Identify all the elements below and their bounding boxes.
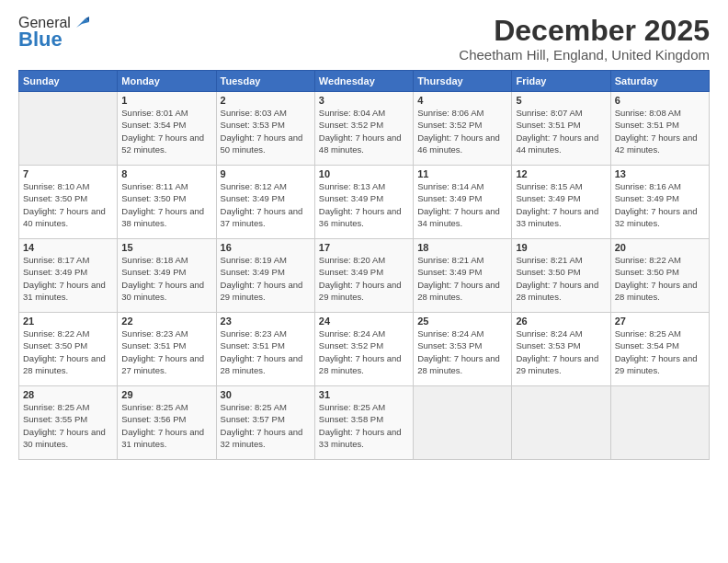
title-location: Cheetham Hill, England, United Kingdom (459, 47, 710, 63)
day-number: 29 (121, 389, 211, 400)
day-number: 13 (615, 168, 705, 179)
daylight-text: Daylight: 7 hours and 36 minutes. (319, 205, 409, 230)
table-row: 24 Sunrise: 8:24 AM Sunset: 3:52 PM Dayl… (314, 313, 413, 386)
table-row: 26 Sunrise: 8:24 AM Sunset: 3:53 PM Dayl… (512, 313, 610, 386)
daylight-text: Daylight: 7 hours and 50 minutes. (221, 132, 311, 156)
sunset-text: Sunset: 3:50 PM (23, 339, 113, 351)
sunrise-text: Sunrise: 8:16 AM (615, 180, 705, 192)
table-row: 21 Sunrise: 8:22 AM Sunset: 3:50 PM Dayl… (19, 313, 118, 386)
table-row: 12 Sunrise: 8:15 AM Sunset: 3:49 PM Dayl… (512, 166, 610, 239)
day-number: 15 (121, 242, 211, 253)
table-row: 20 Sunrise: 8:22 AM Sunset: 3:50 PM Dayl… (610, 239, 709, 313)
daylight-text: Daylight: 7 hours and 29 minutes. (615, 352, 705, 377)
daylight-text: Daylight: 7 hours and 27 minutes. (121, 352, 211, 377)
sunrise-text: Sunrise: 8:08 AM (615, 107, 705, 119)
logo-bird-icon (73, 15, 89, 31)
daylight-text: Daylight: 7 hours and 42 minutes. (615, 132, 705, 156)
day-number: 1 (121, 95, 211, 106)
day-info: Sunrise: 8:13 AM Sunset: 3:49 PM Dayligh… (319, 180, 409, 229)
table-row: 18 Sunrise: 8:21 AM Sunset: 3:49 PM Dayl… (414, 239, 512, 313)
sunrise-text: Sunrise: 8:24 AM (319, 327, 409, 339)
day-info: Sunrise: 8:25 AM Sunset: 3:57 PM Dayligh… (221, 401, 311, 450)
col-wednesday: Wednesday (314, 71, 413, 92)
day-info: Sunrise: 8:23 AM Sunset: 3:51 PM Dayligh… (221, 327, 311, 376)
day-info: Sunrise: 8:03 AM Sunset: 3:53 PM Dayligh… (221, 107, 311, 155)
col-saturday: Saturday (610, 71, 709, 92)
daylight-text: Daylight: 7 hours and 28 minutes. (417, 352, 507, 377)
sunset-text: Sunset: 3:50 PM (615, 266, 705, 278)
sunset-text: Sunset: 3:54 PM (121, 119, 211, 131)
sunset-text: Sunset: 3:49 PM (121, 266, 211, 278)
day-info: Sunrise: 8:21 AM Sunset: 3:50 PM Dayligh… (516, 254, 606, 303)
table-row: 7 Sunrise: 8:10 AM Sunset: 3:50 PM Dayli… (19, 166, 118, 239)
daylight-text: Daylight: 7 hours and 31 minutes. (23, 279, 113, 304)
day-info: Sunrise: 8:08 AM Sunset: 3:51 PM Dayligh… (615, 107, 705, 155)
calendar-week-row: 1 Sunrise: 8:01 AM Sunset: 3:54 PM Dayli… (19, 92, 710, 166)
sunset-text: Sunset: 3:49 PM (23, 266, 113, 278)
sunset-text: Sunset: 3:51 PM (121, 339, 211, 351)
daylight-text: Daylight: 7 hours and 32 minutes. (221, 426, 311, 451)
sunrise-text: Sunrise: 8:12 AM (221, 180, 311, 192)
daylight-text: Daylight: 7 hours and 48 minutes. (319, 132, 409, 156)
day-info: Sunrise: 8:14 AM Sunset: 3:49 PM Dayligh… (417, 180, 507, 229)
day-info: Sunrise: 8:01 AM Sunset: 3:54 PM Dayligh… (121, 107, 211, 155)
day-info: Sunrise: 8:18 AM Sunset: 3:49 PM Dayligh… (121, 254, 211, 303)
sunset-text: Sunset: 3:51 PM (516, 119, 606, 131)
title-month: December 2025 (459, 15, 710, 47)
day-info: Sunrise: 8:25 AM Sunset: 3:56 PM Dayligh… (121, 401, 211, 450)
table-row: 27 Sunrise: 8:25 AM Sunset: 3:54 PM Dayl… (610, 313, 709, 386)
page: General Blue December 2025 Cheetham Hill… (0, 0, 728, 563)
table-row: 28 Sunrise: 8:25 AM Sunset: 3:55 PM Dayl… (19, 386, 118, 460)
sunset-text: Sunset: 3:53 PM (417, 339, 507, 351)
col-sunday: Sunday (19, 71, 118, 92)
table-row: 30 Sunrise: 8:25 AM Sunset: 3:57 PM Dayl… (216, 386, 314, 460)
daylight-text: Daylight: 7 hours and 44 minutes. (516, 132, 606, 156)
day-number: 25 (417, 316, 507, 327)
sunset-text: Sunset: 3:49 PM (516, 192, 606, 204)
day-number: 6 (615, 95, 705, 106)
sunrise-text: Sunrise: 8:25 AM (615, 327, 705, 339)
day-number: 7 (23, 168, 113, 179)
table-row: 1 Sunrise: 8:01 AM Sunset: 3:54 PM Dayli… (118, 92, 216, 166)
day-info: Sunrise: 8:07 AM Sunset: 3:51 PM Dayligh… (516, 107, 606, 155)
day-info: Sunrise: 8:16 AM Sunset: 3:49 PM Dayligh… (615, 180, 705, 229)
sunrise-text: Sunrise: 8:01 AM (121, 107, 211, 119)
day-info: Sunrise: 8:12 AM Sunset: 3:49 PM Dayligh… (221, 180, 311, 229)
day-number: 21 (23, 316, 113, 327)
table-row: 23 Sunrise: 8:23 AM Sunset: 3:51 PM Dayl… (216, 313, 314, 386)
sunrise-text: Sunrise: 8:18 AM (121, 254, 211, 266)
col-tuesday: Tuesday (216, 71, 314, 92)
sunrise-text: Sunrise: 8:11 AM (121, 180, 211, 192)
calendar-header-row: Sunday Monday Tuesday Wednesday Thursday… (19, 71, 710, 92)
sunset-text: Sunset: 3:54 PM (615, 339, 705, 351)
sunrise-text: Sunrise: 8:17 AM (23, 254, 113, 266)
day-number: 16 (221, 242, 311, 253)
daylight-text: Daylight: 7 hours and 28 minutes. (319, 352, 409, 377)
daylight-text: Daylight: 7 hours and 32 minutes. (615, 205, 705, 230)
sunrise-text: Sunrise: 8:25 AM (121, 401, 211, 413)
daylight-text: Daylight: 7 hours and 37 minutes. (221, 205, 311, 230)
day-info: Sunrise: 8:23 AM Sunset: 3:51 PM Dayligh… (121, 327, 211, 376)
table-row: 16 Sunrise: 8:19 AM Sunset: 3:49 PM Dayl… (216, 239, 314, 313)
sunrise-text: Sunrise: 8:21 AM (417, 254, 507, 266)
sunset-text: Sunset: 3:57 PM (221, 413, 311, 425)
day-number: 2 (221, 95, 311, 106)
sunset-text: Sunset: 3:49 PM (221, 266, 311, 278)
day-info: Sunrise: 8:19 AM Sunset: 3:49 PM Dayligh… (221, 254, 311, 303)
day-number: 4 (417, 95, 507, 106)
sunrise-text: Sunrise: 8:10 AM (23, 180, 113, 192)
sunset-text: Sunset: 3:49 PM (615, 192, 705, 204)
sunrise-text: Sunrise: 8:07 AM (516, 107, 606, 119)
col-thursday: Thursday (414, 71, 512, 92)
table-row: 25 Sunrise: 8:24 AM Sunset: 3:53 PM Dayl… (414, 313, 512, 386)
col-monday: Monday (118, 71, 216, 92)
sunrise-text: Sunrise: 8:22 AM (23, 327, 113, 339)
day-number: 30 (221, 389, 311, 400)
header: General Blue December 2025 Cheetham Hill… (18, 15, 710, 63)
table-row: 9 Sunrise: 8:12 AM Sunset: 3:49 PM Dayli… (216, 166, 314, 239)
sunset-text: Sunset: 3:55 PM (23, 413, 113, 425)
daylight-text: Daylight: 7 hours and 28 minutes. (23, 352, 113, 377)
sunrise-text: Sunrise: 8:15 AM (516, 180, 606, 192)
day-info: Sunrise: 8:22 AM Sunset: 3:50 PM Dayligh… (23, 327, 113, 376)
day-number: 18 (417, 242, 507, 253)
